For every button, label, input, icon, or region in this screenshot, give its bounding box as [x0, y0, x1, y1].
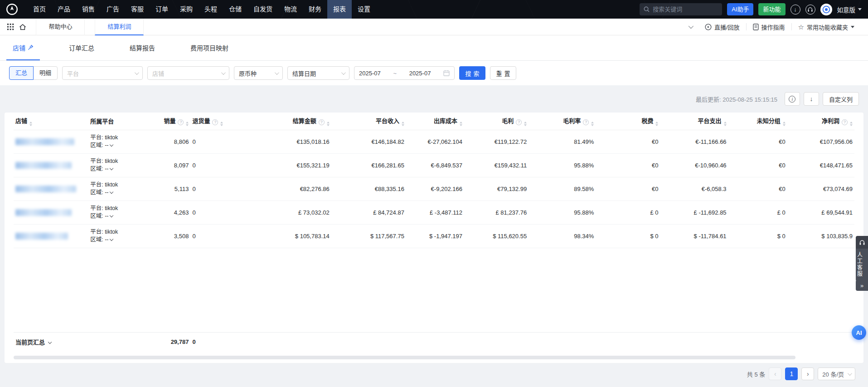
- region-line[interactable]: 区域: --: [90, 165, 148, 173]
- ai-assistant-button[interactable]: AI助手: [727, 3, 753, 15]
- nav-item-广告[interactable]: 广告: [101, 0, 125, 19]
- sort-icon[interactable]: [783, 122, 786, 126]
- collapse-tabs-chevron[interactable]: [682, 25, 698, 29]
- tab-settlement-profit[interactable]: 结算利润: [95, 19, 144, 35]
- sort-icon[interactable]: [591, 122, 594, 126]
- nav-item-物流[interactable]: 物流: [278, 0, 303, 19]
- favorites-menu[interactable]: ☆ 常用功能收藏夹: [792, 23, 861, 31]
- column-header-platform_income[interactable]: 平台收入: [331, 113, 406, 130]
- collapse-widget-button[interactable]: »: [856, 280, 868, 291]
- mode-summary-button[interactable]: 汇总: [9, 66, 34, 80]
- live-replay-link[interactable]: 直播/回放: [698, 23, 746, 31]
- export-button[interactable]: ↓: [804, 92, 819, 106]
- help-icon[interactable]: ?: [842, 119, 848, 125]
- date-start[interactable]: 2025-07: [359, 70, 381, 77]
- store-select[interactable]: 店铺: [147, 66, 229, 80]
- platform-value: tiktok: [105, 134, 118, 141]
- next-page-button[interactable]: ›: [801, 367, 814, 380]
- platform-line: 平台: tiktok: [90, 181, 148, 189]
- help-icon[interactable]: ?: [516, 119, 522, 125]
- app-logo-icon[interactable]: [6, 3, 18, 15]
- region-line[interactable]: 区域: --: [90, 212, 148, 220]
- sort-icon[interactable]: [402, 122, 404, 126]
- prev-page-button[interactable]: ‹: [769, 367, 781, 380]
- horizontal-scrollbar[interactable]: [14, 356, 795, 359]
- help-icon[interactable]: ?: [178, 119, 184, 125]
- report-tab-订单汇总[interactable]: 订单汇总: [63, 35, 101, 60]
- region-line[interactable]: 区域: --: [90, 236, 148, 244]
- column-header-net_profit[interactable]: 净利润?: [787, 113, 854, 130]
- column-header-returns[interactable]: 退货量?: [190, 113, 240, 130]
- column-header-gross_profit[interactable]: 毛利?: [464, 113, 529, 130]
- column-header-sales[interactable]: 销量?: [150, 113, 190, 130]
- info-button[interactable]: i: [785, 92, 800, 106]
- global-search[interactable]: [640, 3, 722, 15]
- nav-item-销售[interactable]: 销售: [76, 0, 101, 19]
- sort-icon[interactable]: [524, 122, 527, 126]
- nav-item-客服[interactable]: 客服: [125, 0, 150, 19]
- nav-item-设置[interactable]: 设置: [352, 0, 376, 19]
- user-avatar[interactable]: [820, 4, 832, 15]
- summary-label-cell[interactable]: 当前页汇总: [14, 332, 88, 351]
- date-type-select[interactable]: 结算日期: [287, 66, 349, 80]
- page-1-button[interactable]: 1: [785, 367, 798, 380]
- region-line[interactable]: 区域: --: [90, 142, 148, 149]
- sort-icon[interactable]: [850, 122, 853, 126]
- platform_income-cell: €88,335.16: [331, 177, 406, 201]
- edition-switcher[interactable]: 如意版: [837, 5, 862, 14]
- column-header-tax[interactable]: 税费: [596, 113, 660, 130]
- nav-item-头程[interactable]: 头程: [199, 0, 223, 19]
- search-input[interactable]: [653, 6, 712, 13]
- sort-icon[interactable]: [655, 122, 658, 126]
- tab-help-center[interactable]: 帮助中心: [36, 19, 85, 35]
- nav-item-采购[interactable]: 采购: [174, 0, 199, 19]
- home-icon[interactable]: [19, 23, 27, 31]
- ai-floating-button[interactable]: AI: [852, 325, 866, 340]
- sort-icon[interactable]: [220, 122, 223, 126]
- nav-item-产品[interactable]: 产品: [52, 0, 76, 19]
- date-end[interactable]: 2025-07: [409, 70, 431, 77]
- currency-select[interactable]: 原币种: [234, 66, 283, 80]
- mode-detail-button[interactable]: 明细: [33, 66, 58, 80]
- nav-item-订单[interactable]: 订单: [150, 0, 174, 19]
- platform-select[interactable]: 平台: [62, 66, 143, 80]
- column-header-store[interactable]: 店铺: [14, 113, 88, 130]
- report-tab-店铺[interactable]: 店铺: [6, 35, 40, 60]
- help-icon[interactable]: ?: [319, 119, 325, 125]
- report-tab-费用项目映射[interactable]: 费用项目映射: [184, 35, 235, 60]
- help-icon[interactable]: ?: [212, 119, 218, 125]
- page-size-select[interactable]: 20 条/页: [818, 367, 855, 380]
- column-header-outbound_cost[interactable]: 出库成本: [406, 113, 464, 130]
- returns-cell: 0: [190, 177, 240, 201]
- search-button[interactable]: 搜索: [459, 66, 485, 80]
- reset-button[interactable]: 重置: [490, 66, 516, 80]
- column-header-gross_margin[interactable]: 毛利率?: [529, 113, 596, 130]
- store-cell: [14, 153, 88, 177]
- sort-icon[interactable]: [724, 122, 727, 126]
- help-icon[interactable]: ?: [583, 119, 589, 125]
- platform-line: 平台: tiktok: [90, 157, 148, 165]
- nav-item-首页[interactable]: 首页: [27, 0, 52, 19]
- sort-icon[interactable]: [460, 122, 462, 126]
- sort-icon[interactable]: [327, 122, 330, 126]
- headset-support-icon[interactable]: [805, 5, 815, 15]
- region-line[interactable]: 区域: --: [90, 189, 148, 196]
- nav-item-财务[interactable]: 财务: [303, 0, 327, 19]
- column-header-unknown_group[interactable]: 未知分组: [728, 113, 787, 130]
- sort-icon[interactable]: [29, 122, 32, 126]
- new-features-button[interactable]: 新功能: [758, 3, 785, 15]
- apps-grid-icon[interactable]: [7, 24, 9, 25]
- guide-link[interactable]: 操作指南: [747, 23, 791, 31]
- column-header-platform_expense[interactable]: 平台支出: [660, 113, 728, 130]
- nav-item-仓储[interactable]: 仓储: [223, 0, 247, 19]
- report-tab-结算报告[interactable]: 结算报告: [123, 35, 161, 60]
- download-center-icon[interactable]: ↓: [790, 5, 800, 15]
- nav-item-报表[interactable]: 报表: [327, 0, 352, 19]
- platform-cell: 平台: tiktok区域: --: [88, 224, 150, 248]
- date-range-picker[interactable]: 2025-07 ~ 2025-07: [354, 66, 455, 80]
- customize-columns-button[interactable]: 自定义列: [823, 92, 859, 106]
- customer-service-widget[interactable]: 人工客服: [856, 236, 868, 281]
- sort-icon[interactable]: [186, 122, 189, 126]
- column-header-settlement[interactable]: 结算金额?: [241, 113, 331, 130]
- nav-item-自发货[interactable]: 自发货: [247, 0, 278, 19]
